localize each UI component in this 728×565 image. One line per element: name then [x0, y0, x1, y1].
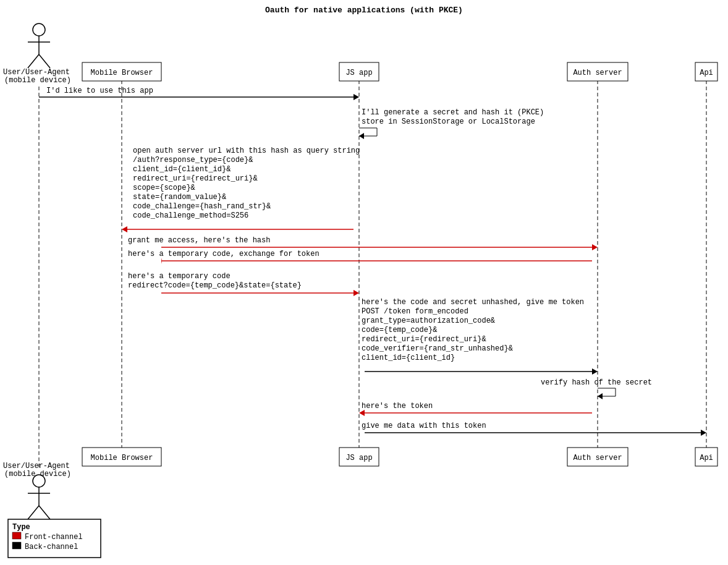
sequence-diagram: Oauth for native applications (with PKCE…: [0, 0, 728, 565]
browser-label-bottom: Mobile Browser: [91, 454, 153, 462]
svg-line-22: [39, 506, 50, 519]
msg10-label: give me data with this token: [362, 422, 486, 430]
svg-marker-46: [701, 430, 706, 436]
authserver-label-top: Auth server: [573, 69, 622, 77]
svg-marker-34: [161, 258, 162, 264]
msg6-label1: here's a temporary code: [128, 272, 231, 281]
msg3-label2: /auth?response_type={code}&: [133, 156, 253, 164]
msg6-label2: redirect?code={temp_code}&state={state}: [128, 281, 302, 290]
svg-marker-38: [592, 368, 598, 375]
svg-marker-32: [592, 244, 598, 250]
msg2-label2: store in SessionStorage or LocalStorage: [362, 117, 535, 126]
msg7-label6: code_verifier={rand_str_unhashed}&: [362, 344, 513, 353]
msg7-label2: POST /token form_encoded: [362, 307, 468, 316]
msg5-label: here's a temporary code, exchange for to…: [128, 250, 320, 258]
msg3-label3: client_id={client_id}&: [133, 165, 231, 174]
legend-title: Type: [12, 523, 30, 532]
diagram-title: Oauth for native applications (with PKCE…: [265, 6, 463, 15]
msg7-label4: code={temp_code}&: [362, 326, 437, 334]
svg-marker-30: [122, 226, 127, 232]
msg2-label: I'll generate a secret and hash it (PKCE…: [362, 108, 544, 117]
svg-point-5: [33, 23, 45, 36]
user-sublabel-top: (mobile device): [4, 76, 71, 85]
svg-marker-44: [359, 410, 365, 416]
msg3-label7: code_challenge={hash_rand_str}&: [133, 202, 271, 211]
jsapp-label-top: JS app: [345, 69, 372, 77]
svg-line-8: [28, 54, 39, 68]
api-label-bottom: Api: [700, 454, 713, 462]
svg-marker-36: [353, 290, 359, 296]
user-sublabel-bottom: (mobile device): [4, 470, 71, 478]
user-label-top: User/User-Agent: [3, 68, 70, 77]
svg-rect-48: [12, 532, 21, 539]
svg-marker-28: [359, 133, 364, 139]
msg7-label5: redirect_uri={redirect_uri}&: [362, 335, 486, 344]
msg7-label7: client_id={client_id}: [362, 354, 455, 362]
user-label-bottom: User/User-Agent: [3, 462, 70, 470]
legend-back-label: Back-channel: [25, 543, 78, 551]
authserver-label-bottom: Auth server: [573, 454, 622, 462]
api-label-top: Api: [700, 69, 713, 77]
msg3-label6: state={random_value}&: [133, 193, 226, 202]
msg7-label1: here's the code and secret unhashed, giv…: [362, 298, 584, 307]
msg9-label: here's the token: [362, 402, 433, 410]
svg-line-21: [28, 506, 39, 519]
msg1-label: I'd like to use this app: [46, 87, 153, 95]
browser-label-top: Mobile Browser: [91, 69, 153, 77]
jsapp-label-bottom: JS app: [345, 454, 372, 462]
msg3-label8: code_challenge_method=S256: [133, 211, 248, 220]
msg8-label: verify hash of the secret: [541, 378, 652, 387]
svg-marker-24: [353, 94, 359, 100]
svg-marker-42: [598, 393, 603, 399]
msg7-label3: grant_type=authorization_code&: [362, 316, 495, 325]
legend-front-label: Front-channel: [25, 533, 83, 542]
msg3-label4: redirect_uri={redirect_uri}&: [133, 174, 258, 183]
svg-rect-49: [12, 542, 21, 549]
svg-line-9: [39, 54, 50, 68]
msg3-label1: open auth server url with this hash as q…: [133, 147, 360, 155]
msg3-label5: scope={scope}&: [133, 184, 195, 192]
msg4-label: grant me access, here's the hash: [128, 236, 270, 245]
